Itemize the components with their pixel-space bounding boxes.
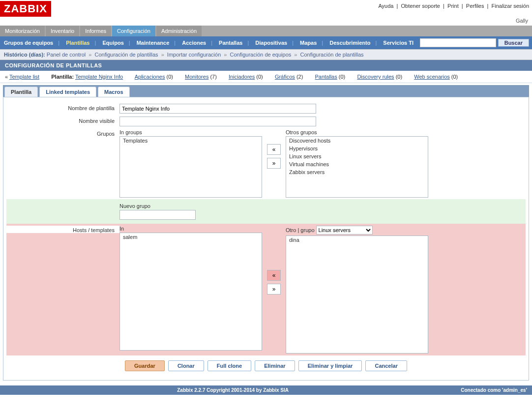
help-link[interactable]: Ayuda	[378, 3, 393, 9]
hosts-in-title: In	[119, 226, 262, 232]
full-clone-button[interactable]: Full clone	[207, 360, 251, 371]
profile-link[interactable]: Perfiles	[466, 3, 484, 9]
triggers-count: (0)	[256, 74, 263, 80]
template-label: Plantilla:	[51, 74, 74, 80]
hosts-other-list[interactable]: dina	[286, 236, 428, 354]
visible-name-input[interactable]	[119, 117, 316, 126]
subnav-screens[interactable]: Pantallas	[218, 40, 243, 46]
subnav-hostgroups[interactable]: Grupos de equipos	[3, 40, 54, 46]
crumb-4[interactable]: Configuración de plantillas	[300, 52, 364, 58]
nav-config[interactable]: Configuración	[112, 26, 155, 36]
list-item[interactable]: Virtual machines	[286, 160, 428, 168]
graphs-link[interactable]: Gráficos	[275, 74, 295, 80]
new-group-input[interactable]	[119, 210, 196, 220]
back-arrow: «	[5, 74, 8, 80]
crumb-3[interactable]: Configuración de equipos	[230, 52, 292, 58]
tab-macros[interactable]: Macros	[98, 87, 130, 97]
hosts-group-select[interactable]: Linux servers	[316, 226, 373, 235]
zabbix-logo[interactable]: ZABBIX	[0, 1, 51, 17]
history-label: Histórico (días):	[4, 52, 45, 58]
web-count: (0)	[451, 74, 458, 80]
new-group-label: Nuevo grupo	[119, 203, 196, 209]
tab-plantilla[interactable]: Plantilla	[4, 87, 38, 97]
print-link[interactable]: Print	[447, 3, 459, 9]
action-bar: Guardar Clonar Full clone Eliminar Elimi…	[6, 355, 526, 373]
discovery-count: (0)	[396, 74, 402, 80]
in-groups-list[interactable]: Templates	[119, 136, 262, 198]
footer-connected: Conectado como 'admin_es'	[461, 387, 527, 393]
hosts-move-right-button[interactable]: »	[267, 284, 281, 295]
web-link[interactable]: Web scenarios	[414, 74, 450, 80]
header-links: « Template list Plantilla: Template Ngin…	[0, 71, 532, 83]
delete-clear-button[interactable]: Eliminar y limpiar	[298, 360, 362, 371]
subnav-hosts[interactable]: Equipos	[101, 40, 124, 46]
footer-copyright: Zabbix 2.2.7 Copyright 2001-2014 by Zabb…	[5, 387, 461, 393]
top-links: Ayuda | Obtener soporte | Print | Perfil…	[378, 1, 529, 9]
items-link[interactable]: Monitores	[185, 74, 208, 80]
logout-link[interactable]: Finalizar sesión	[492, 3, 529, 9]
main-nav: Monitorización Inventario Informes Confi…	[0, 26, 532, 36]
search-input[interactable]	[420, 38, 496, 47]
tab-linked[interactable]: Linked templates	[39, 87, 96, 97]
history-bar: Histórico (días): Panel de control » Con…	[0, 49, 532, 60]
search-button[interactable]: Buscar	[498, 39, 529, 47]
list-item[interactable]: Templates	[120, 137, 262, 145]
list-item[interactable]: Hypervisors	[286, 145, 428, 152]
save-button[interactable]: Guardar	[125, 360, 165, 371]
discovery-link[interactable]: Discovery rules	[357, 74, 394, 80]
groups-label: Grupos	[6, 129, 119, 137]
footer: Zabbix 2.2.7 Copyright 2001-2014 by Zabb…	[0, 385, 532, 395]
page-title: CONFIGURACIÓN DE PLANTILLAS	[0, 60, 532, 71]
crumb-1[interactable]: Configuración de plantillas	[95, 52, 158, 58]
subnav-slides[interactable]: Diapositivas	[254, 40, 288, 46]
name-label: Nombre de plantilla	[6, 104, 119, 111]
screens-link[interactable]: Pantallas	[315, 74, 337, 80]
subnav-discovery[interactable]: Descubrimiento	[328, 40, 371, 46]
hosts-move-left-button[interactable]: «	[267, 270, 281, 281]
subnav-itservices[interactable]: Servicios TI	[382, 40, 414, 46]
subnav-maintenance[interactable]: Maintenance	[136, 40, 171, 46]
nav-admin[interactable]: Administración	[156, 26, 202, 36]
screens-count: (0)	[339, 74, 345, 80]
items-count: (7)	[210, 74, 216, 80]
subnav-actions[interactable]: Acciones	[181, 40, 207, 46]
list-item[interactable]: salem	[120, 233, 262, 241]
support-link[interactable]: Obtener soporte	[401, 3, 440, 9]
current-user: Gally	[0, 17, 532, 26]
other-groups-list[interactable]: Discovered hosts Hypervisors Linux serve…	[286, 136, 428, 198]
visible-label: Nombre visible	[6, 117, 119, 124]
delete-button[interactable]: Eliminar	[255, 360, 295, 371]
hosts-label: Hosts / templates	[6, 226, 119, 233]
form-tabs: Plantilla Linked templates Macros	[3, 85, 529, 97]
template-name-link[interactable]: Template Nginx Info	[75, 74, 123, 80]
clone-button[interactable]: Clonar	[168, 360, 204, 371]
move-left-button[interactable]: «	[267, 144, 281, 155]
cancel-button[interactable]: Cancelar	[365, 360, 407, 371]
crumb-0[interactable]: Panel de control	[47, 52, 86, 58]
subnav-templates[interactable]: Plantillas	[65, 40, 90, 46]
hosts-other-title: Otro | grupo	[286, 227, 315, 233]
subnav-maps[interactable]: Mapas	[299, 40, 318, 46]
list-item[interactable]: dina	[286, 236, 428, 244]
triggers-link[interactable]: Iniciadores	[229, 74, 255, 80]
other-groups-title: Otros grupos	[286, 129, 428, 135]
crumb-2[interactable]: Importar configuración	[167, 52, 221, 58]
nav-reports[interactable]: Informes	[80, 26, 111, 36]
sub-nav: Grupos de equipos| Plantillas| Equipos| …	[0, 36, 532, 49]
move-right-button[interactable]: »	[267, 158, 281, 169]
graphs-count: (2)	[296, 74, 303, 80]
template-list-link[interactable]: Template list	[9, 74, 39, 80]
nav-inventory[interactable]: Inventario	[46, 26, 79, 36]
list-item[interactable]: Discovered hosts	[286, 137, 428, 145]
apps-link[interactable]: Aplicaciones	[135, 74, 165, 80]
apps-count: (0)	[167, 74, 173, 80]
list-item[interactable]: Linux servers	[286, 152, 428, 160]
nav-monitoring[interactable]: Monitorización	[0, 26, 45, 36]
in-groups-title: In groups	[119, 129, 262, 135]
hosts-in-list[interactable]: salem	[119, 233, 262, 351]
template-name-input[interactable]	[119, 104, 316, 114]
list-item[interactable]: Zabbix servers	[286, 168, 428, 176]
